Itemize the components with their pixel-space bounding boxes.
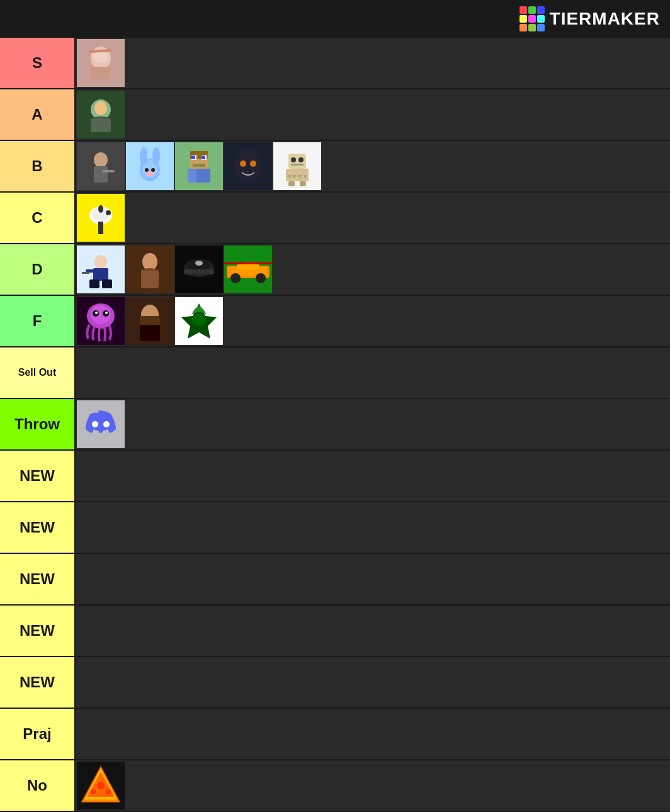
- svg-point-78: [95, 312, 98, 314]
- logo-cell: [537, 24, 545, 31]
- tier-row-new3: NEW: [0, 554, 670, 606]
- svg-point-95: [106, 789, 111, 794]
- tier-row-d: D: [0, 244, 670, 296]
- logo-cell: [520, 15, 527, 23]
- svg-rect-42: [300, 181, 306, 186]
- tier-label-a: A: [0, 89, 76, 140]
- logo-grid: [520, 6, 545, 31]
- svg-point-85: [191, 313, 207, 326]
- logo-text: TiERMAKER: [550, 9, 660, 29]
- svg-point-64: [195, 261, 203, 266]
- tier-content-throw: [76, 399, 670, 449]
- tier-label-s: S: [0, 38, 76, 88]
- tier-label-new5: NEW: [0, 657, 76, 708]
- list-item[interactable]: [77, 39, 125, 87]
- svg-point-94: [91, 789, 96, 794]
- tier-content-praj: [76, 709, 670, 759]
- tier-content-b: time for a: [76, 141, 670, 191]
- tier-row-f: F: [0, 296, 670, 347]
- svg-rect-71: [237, 264, 259, 269]
- list-item[interactable]: [224, 142, 272, 190]
- list-item[interactable]: [126, 142, 174, 190]
- tier-label-new2: NEW: [0, 502, 76, 553]
- svg-rect-83: [140, 316, 160, 325]
- logo-cell: [537, 15, 545, 23]
- svg-point-51: [94, 255, 107, 269]
- svg-point-16: [140, 147, 147, 165]
- tier-row-new4: NEW: [0, 606, 670, 657]
- tier-label-throw: Throw: [0, 399, 76, 449]
- svg-rect-36: [288, 154, 306, 169]
- logo-cell: [520, 6, 527, 14]
- list-item[interactable]: [175, 245, 223, 293]
- tier-label-c: C: [0, 193, 76, 243]
- svg-point-58: [142, 253, 157, 271]
- tier-row-a: A: [0, 89, 670, 141]
- list-item[interactable]: [224, 245, 272, 293]
- tier-row-new2: NEW: [0, 502, 670, 554]
- list-item[interactable]: [77, 762, 125, 809]
- svg-rect-54: [102, 279, 112, 288]
- svg-point-32: [234, 150, 262, 183]
- svg-point-20: [146, 171, 154, 176]
- list-item[interactable]: [175, 142, 223, 190]
- tier-label-b: B: [0, 141, 76, 191]
- list-item[interactable]: [77, 297, 125, 345]
- tier-row-s: S: [0, 38, 670, 89]
- svg-point-49: [106, 210, 111, 215]
- tier-label-d: D: [0, 244, 76, 295]
- tier-content-new4: [76, 606, 670, 656]
- svg-text:time for a: time for a: [288, 174, 306, 178]
- svg-rect-41: [288, 181, 295, 186]
- svg-point-69: [256, 273, 266, 283]
- tier-table: S A: [0, 38, 670, 812]
- svg-rect-56: [82, 272, 89, 274]
- svg-rect-2: [91, 67, 111, 79]
- svg-rect-30: [188, 169, 196, 183]
- list-item[interactable]: [77, 245, 125, 293]
- svg-point-7: [94, 101, 107, 115]
- tier-row-throw: Throw: [0, 399, 670, 451]
- list-item[interactable]: [77, 91, 125, 138]
- svg-rect-52: [93, 268, 108, 281]
- list-item[interactable]: [175, 297, 223, 345]
- tier-label-new4: NEW: [0, 606, 76, 656]
- tier-row-praj: Praj: [0, 709, 670, 760]
- tier-content-new2: [76, 502, 670, 553]
- list-item[interactable]: [77, 142, 125, 190]
- tiermaker-logo: TiERMAKER: [520, 6, 660, 31]
- tier-label-new3: NEW: [0, 554, 76, 604]
- svg-point-37: [291, 157, 296, 162]
- svg-point-17: [152, 147, 160, 165]
- svg-rect-47: [98, 222, 103, 234]
- tier-content-sellout: [76, 347, 670, 398]
- svg-point-48: [98, 205, 103, 213]
- list-item[interactable]: [77, 194, 125, 242]
- tier-row-sellout: Sell Out: [0, 347, 670, 399]
- logo-cell: [528, 24, 536, 31]
- list-item[interactable]: [126, 245, 174, 293]
- list-item[interactable]: time for a: [273, 142, 321, 190]
- list-item[interactable]: [77, 400, 125, 448]
- svg-rect-27: [202, 155, 205, 159]
- tier-content-f: [76, 296, 670, 346]
- svg-point-10: [94, 152, 108, 167]
- tier-label-no: No: [0, 760, 76, 811]
- svg-point-19: [151, 168, 155, 172]
- svg-point-34: [250, 161, 256, 167]
- tier-row-c: C: [0, 193, 670, 244]
- tier-content-new1: [76, 451, 670, 501]
- svg-point-88: [103, 421, 110, 427]
- svg-rect-82: [140, 324, 160, 341]
- tier-row-new5: NEW: [0, 657, 670, 709]
- tier-label-new1: NEW: [0, 451, 76, 501]
- logo-cell: [520, 24, 527, 31]
- svg-point-18: [145, 168, 149, 172]
- tier-label-praj: Praj: [0, 709, 76, 759]
- svg-line-4: [89, 50, 111, 52]
- svg-point-79: [105, 312, 108, 314]
- list-item[interactable]: [126, 297, 174, 345]
- logo-cell: [528, 15, 536, 23]
- tier-content-a: [76, 89, 670, 140]
- header: TiERMAKER: [0, 0, 670, 38]
